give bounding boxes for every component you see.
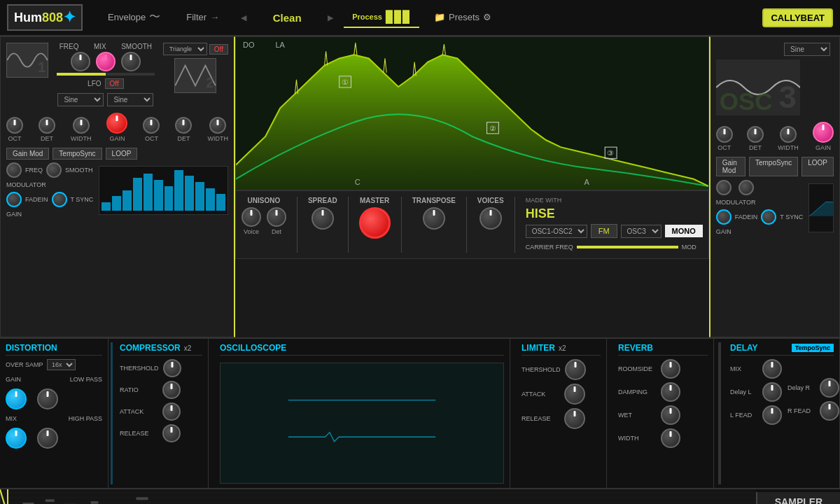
oscilloscope-svg xyxy=(220,363,503,483)
osc1-det-knob[interactable] xyxy=(38,117,55,134)
lfo-wave-select[interactable]: SineTriangleSaw xyxy=(107,93,153,106)
compressor-panel: COMPRESSOR x2 THERSHOLD RATIO ATTACK REL… xyxy=(114,339,209,488)
tab-envelope[interactable]: Envelope 〜 xyxy=(97,6,172,30)
osc3-gain-mod-button[interactable]: Gain Mod xyxy=(716,157,746,176)
delay-title: DELAY TempoSync xyxy=(730,343,834,356)
comp-attack-knob[interactable] xyxy=(162,402,181,421)
reverb-width-knob[interactable] xyxy=(661,428,680,448)
dist-lowpass-knob[interactable] xyxy=(37,388,58,410)
osc3-width-knob[interactable] xyxy=(780,126,797,143)
osc2-wave-controls: TriangleSineSaw Off xyxy=(163,43,228,55)
osc1-number: 1 xyxy=(38,59,46,76)
limiter-attack-knob[interactable] xyxy=(564,384,585,405)
osc3-tempo-sync-button[interactable]: TempoSync xyxy=(749,157,798,176)
oversamp-select[interactable]: 16x8x4x2x1x xyxy=(47,359,76,370)
comp-threshold-knob[interactable] xyxy=(163,359,181,377)
reverb-roomside-knob[interactable] xyxy=(661,359,680,379)
dist-mix-knob[interactable] xyxy=(6,428,27,449)
voices-knob[interactable] xyxy=(479,207,502,230)
dist-highpass-knob[interactable] xyxy=(37,428,58,449)
tsync-knob[interactable] xyxy=(52,192,67,207)
osc3-wave-select[interactable]: SineTriangleSaw xyxy=(784,43,830,56)
lfo-envelope-section: FREQ SMOOTH MODULATOR FADEIN T SYNC GAIN xyxy=(6,162,228,218)
reverb-damping-knob[interactable] xyxy=(661,382,680,402)
mix-slider[interactable] xyxy=(57,73,155,76)
osc3-lfo-freq-knob[interactable] xyxy=(716,180,732,195)
reverb-wet-knob[interactable] xyxy=(661,405,680,425)
loop-button[interactable]: LOOP xyxy=(106,148,138,160)
lfo-off-button[interactable]: Off xyxy=(105,78,124,89)
tab-presets[interactable]: 📁 Presets ⚙ xyxy=(423,8,503,28)
dist-label-row: GAIN LOW PASS xyxy=(6,376,102,383)
osc2-off-button[interactable]: Off xyxy=(209,44,228,55)
osc1-gain-knob[interactable] xyxy=(106,113,127,134)
fm-button[interactable]: FM xyxy=(591,224,617,238)
voices-section: VOICES xyxy=(477,197,504,230)
dist-gain-knob[interactable] xyxy=(6,388,27,410)
delay-l-row: Delay L xyxy=(730,382,782,402)
delay-r-knob[interactable] xyxy=(820,378,839,398)
delay-l-knob[interactable] xyxy=(762,382,782,402)
gain-mod-button[interactable]: Gain Mod xyxy=(6,148,49,160)
osc3-gain-knob[interactable] xyxy=(813,122,834,143)
dist-highpass-label: HIGH PASS xyxy=(69,415,102,422)
delay-tempo-sync-button[interactable]: TempoSync xyxy=(792,344,834,352)
mono-button[interactable]: MONO xyxy=(665,225,703,237)
delay-spacer xyxy=(788,359,839,374)
unisono-det-knob[interactable] xyxy=(267,207,286,227)
piano-roll[interactable] xyxy=(0,489,756,504)
dist-mix-knobs xyxy=(6,428,102,449)
osc3-loop-button[interactable]: LOOP xyxy=(802,157,834,176)
osc3-smooth-knob[interactable] xyxy=(738,180,754,195)
clean-arrow-right[interactable]: ▶ xyxy=(328,13,333,22)
osc1-oct-knob[interactable] xyxy=(6,117,23,134)
fader-v-1 xyxy=(111,342,113,484)
osc2-det-knob[interactable] xyxy=(175,117,192,134)
hise-fm-section: MADE WITH HISE OSC1-OSC2OSC1OSC2 FM OSC3… xyxy=(526,197,703,251)
osc2-width-knob[interactable] xyxy=(209,117,226,134)
delay-mix-knob[interactable] xyxy=(762,359,782,379)
osc3-fadein-knob[interactable] xyxy=(716,209,732,225)
freq-knob[interactable] xyxy=(71,52,90,71)
osc2-wave-select[interactable]: TriangleSineSaw xyxy=(163,43,207,55)
osc3-tsync-knob[interactable] xyxy=(761,209,776,225)
delay-lfead-knob[interactable] xyxy=(762,405,782,425)
unisono-voice: Voice xyxy=(241,207,261,235)
osc3-bottom-controls: Gain Mod TempoSync LOOP xyxy=(716,157,834,176)
transpose-knob[interactable] xyxy=(423,207,445,230)
comp-release-knob[interactable] xyxy=(162,424,181,442)
distortion-title: DISTORTION xyxy=(6,343,102,356)
carrier-freq-bar[interactable] xyxy=(577,246,678,248)
limiter-release-knob[interactable] xyxy=(564,408,585,429)
master-knob[interactable] xyxy=(359,207,391,239)
unisono-voice-knob[interactable] xyxy=(241,207,261,227)
osc2-number: 2 xyxy=(206,75,214,91)
tempo-sync-button[interactable]: TempoSync xyxy=(52,148,102,160)
mod-select[interactable]: OSC3OSC1 xyxy=(621,225,662,238)
osc1-wave-select[interactable]: SineTriangleSawSquare xyxy=(57,93,104,106)
fadein-knob[interactable] xyxy=(6,192,22,207)
tab-filter[interactable]: Filter → xyxy=(175,8,230,28)
mix-knob[interactable] xyxy=(96,52,115,71)
smooth-knob[interactable] xyxy=(121,52,141,71)
lfo-smooth-knob[interactable] xyxy=(46,162,62,178)
bottom-bar: SAMPLER xyxy=(0,488,840,504)
osc1-width: WIDTH xyxy=(71,117,92,142)
osc1-width-knob[interactable] xyxy=(73,117,90,134)
lfo-freq-knob[interactable] xyxy=(6,162,22,178)
clean-arrow-left[interactable]: ◀ xyxy=(241,13,246,22)
tab-process[interactable]: Process ▊▊▊ xyxy=(344,8,419,28)
spread-knob[interactable] xyxy=(312,207,334,230)
limiter-threshold-knob[interactable] xyxy=(565,359,586,380)
osc3-det-knob[interactable] xyxy=(747,126,764,143)
gain-label-bottom: GAIN xyxy=(6,211,93,218)
nav-tabs: Envelope 〜 Filter → ◀ Clean ▶ Process ▊▊… xyxy=(97,6,762,30)
bar-4 xyxy=(133,178,142,210)
bar-7 xyxy=(164,186,174,211)
comp-ratio-knob[interactable] xyxy=(162,381,181,399)
osc3-oct-knob[interactable] xyxy=(716,126,733,143)
delay-rfead-knob[interactable] xyxy=(820,401,839,421)
divider-2 xyxy=(348,197,349,253)
carrier-select[interactable]: OSC1-OSC2OSC1OSC2 xyxy=(526,225,587,238)
osc2-oct-knob[interactable] xyxy=(143,117,160,134)
